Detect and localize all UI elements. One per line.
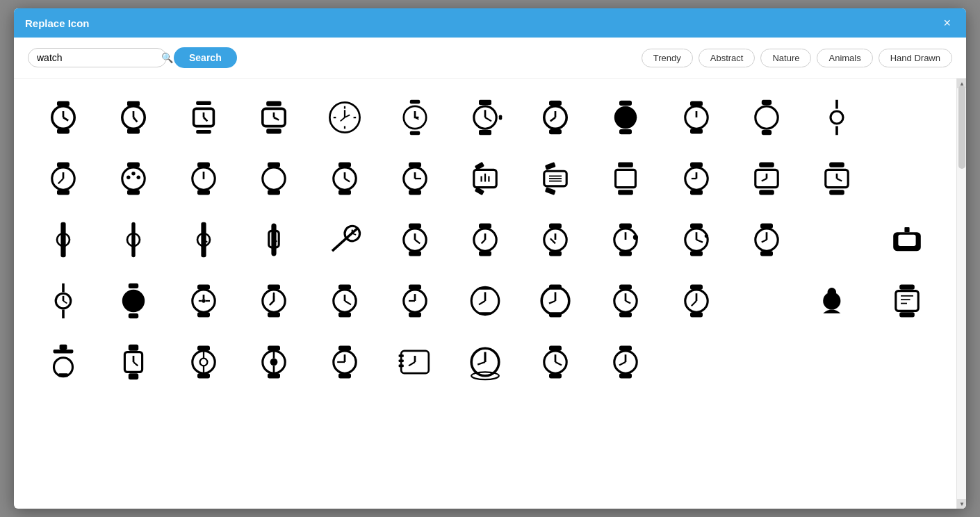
filter-animals[interactable]: Animals	[817, 49, 872, 67]
list-item[interactable]	[382, 334, 447, 390]
list-item[interactable]	[312, 334, 377, 390]
scrollbar[interactable]: ▲ ▼	[956, 79, 966, 509]
list-item[interactable]	[734, 212, 799, 268]
svg-rect-42	[619, 101, 632, 106]
list-item[interactable]	[242, 90, 307, 145]
svg-line-158	[696, 240, 703, 243]
list-item[interactable]	[805, 90, 869, 145]
list-item[interactable]	[312, 212, 377, 268]
icon-grid-container[interactable]	[14, 79, 956, 509]
modal-body: ▲ ▼	[14, 79, 966, 509]
list-item[interactable]	[101, 334, 165, 390]
svg-rect-28	[410, 100, 420, 104]
list-item[interactable]	[523, 334, 588, 390]
svg-line-164	[762, 240, 767, 243]
search-button[interactable]: Search	[174, 47, 237, 68]
list-item[interactable]	[664, 151, 728, 206]
svg-line-109	[762, 179, 767, 181]
search-input[interactable]	[37, 52, 158, 63]
list-item[interactable]	[242, 212, 307, 268]
filter-hand-drawn[interactable]: Hand Drawn	[879, 49, 952, 67]
list-item[interactable]	[171, 334, 236, 390]
list-item[interactable]	[523, 90, 588, 145]
svg-line-172	[63, 301, 67, 304]
list-item[interactable]	[382, 212, 447, 268]
list-item[interactable]	[734, 151, 799, 206]
list-item[interactable]	[171, 273, 236, 329]
list-item[interactable]	[594, 334, 658, 390]
list-item[interactable]	[594, 90, 658, 145]
list-item[interactable]	[31, 334, 95, 390]
list-item[interactable]	[101, 273, 165, 329]
svg-line-27	[340, 117, 344, 121]
list-item[interactable]	[452, 151, 517, 206]
svg-rect-110	[829, 163, 844, 167]
list-item[interactable]	[101, 212, 165, 268]
svg-line-269	[619, 362, 626, 366]
svg-rect-11	[196, 130, 211, 133]
list-item[interactable]	[875, 212, 940, 268]
filter-nature[interactable]: Nature	[760, 49, 811, 67]
svg-point-67	[131, 172, 135, 175]
list-item[interactable]	[875, 273, 940, 329]
svg-rect-38	[549, 129, 562, 134]
list-item[interactable]	[312, 273, 377, 329]
filter-trendy[interactable]: Trendy	[642, 49, 693, 67]
svg-point-74	[263, 167, 285, 190]
svg-rect-51	[762, 100, 771, 105]
list-item[interactable]	[382, 151, 447, 206]
svg-point-175	[122, 290, 145, 312]
svg-rect-92	[545, 187, 556, 195]
list-item[interactable]	[101, 151, 165, 206]
list-item[interactable]	[805, 151, 869, 206]
list-item[interactable]	[242, 273, 307, 329]
list-item[interactable]	[523, 151, 588, 206]
svg-line-259	[477, 362, 485, 365]
svg-rect-106	[759, 190, 774, 195]
svg-rect-253	[398, 365, 403, 368]
list-item[interactable]	[452, 273, 517, 329]
svg-line-210	[626, 301, 630, 304]
list-item[interactable]	[594, 273, 658, 329]
list-item[interactable]	[312, 90, 377, 145]
svg-rect-173	[129, 284, 138, 288]
svg-line-198	[479, 301, 485, 304]
list-item[interactable]	[734, 90, 799, 145]
close-button[interactable]: ×	[939, 15, 955, 31]
search-icon: 🔍	[161, 52, 173, 63]
list-item[interactable]	[31, 212, 95, 268]
list-item[interactable]	[171, 151, 236, 206]
list-item[interactable]	[664, 273, 728, 329]
list-item[interactable]	[382, 90, 447, 145]
list-item[interactable]	[171, 90, 236, 145]
modal-header: Replace Icon ×	[14, 8, 966, 38]
svg-point-56	[831, 111, 843, 124]
list-item[interactable]	[594, 212, 658, 268]
list-item[interactable]	[805, 273, 869, 329]
filter-abstract[interactable]: Abstract	[699, 49, 756, 67]
list-item[interactable]	[664, 212, 728, 268]
scroll-down-arrow[interactable]: ▼	[957, 499, 966, 509]
list-item[interactable]	[312, 151, 377, 206]
list-item[interactable]	[31, 151, 95, 206]
list-item[interactable]	[242, 151, 307, 206]
svg-line-79	[345, 179, 350, 182]
list-item[interactable]	[242, 334, 307, 390]
svg-point-66	[136, 176, 140, 179]
list-item[interactable]	[31, 90, 95, 145]
list-item[interactable]	[664, 90, 728, 145]
svg-line-138	[415, 240, 420, 243]
list-item[interactable]	[171, 212, 236, 268]
list-item[interactable]	[523, 212, 588, 268]
svg-point-53	[756, 106, 778, 129]
list-item[interactable]	[101, 90, 165, 145]
list-item[interactable]	[452, 212, 517, 268]
list-item[interactable]	[523, 273, 588, 329]
scrollbar-thumb[interactable]	[958, 85, 965, 169]
list-item[interactable]	[452, 334, 517, 390]
list-item[interactable]	[594, 151, 658, 206]
list-item[interactable]	[31, 273, 95, 329]
list-item[interactable]	[452, 90, 517, 145]
list-item[interactable]	[382, 273, 447, 329]
svg-rect-16	[266, 129, 281, 133]
